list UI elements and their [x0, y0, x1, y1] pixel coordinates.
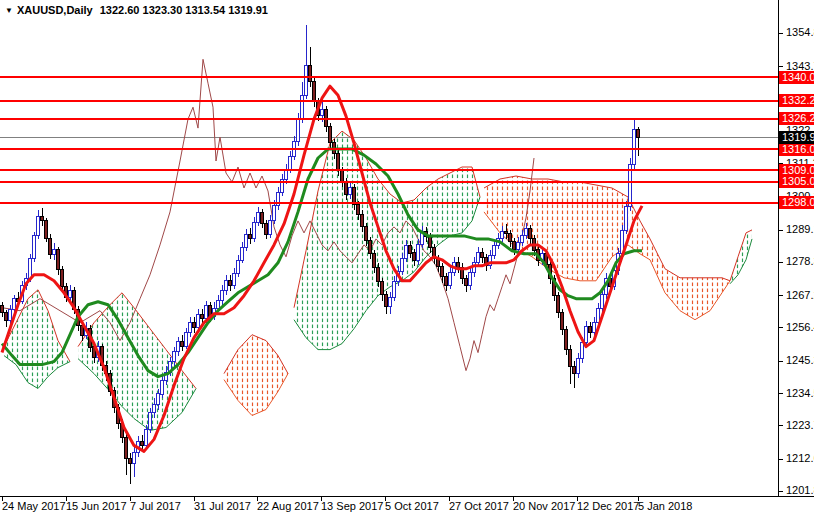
price-tick-label: 1234.50	[786, 388, 814, 399]
cloud-segment	[224, 335, 288, 416]
price-level-badge: 1305.00	[779, 175, 814, 188]
price-tick-mark	[779, 66, 783, 67]
chart-window: ▼XAUUSD,Daily1322.60 1323.30 1313.54 131…	[0, 0, 814, 514]
date-tick-label: 5 Oct 2017	[385, 501, 439, 512]
date-tick-label: 15 Jun 2017	[66, 501, 127, 512]
price-tick-label: 1201.80	[786, 485, 814, 496]
price-tick-mark	[779, 295, 783, 296]
price-level-badge: 1340.00	[779, 71, 814, 84]
price-level-badge: 1332.20	[779, 94, 814, 107]
date-tick-label: 24 May 2017	[2, 501, 66, 512]
chevron-down-icon: ▼	[5, 6, 13, 15]
price-level-badge: 1316.00	[779, 143, 814, 156]
price-tick-mark	[779, 491, 783, 492]
price-tick-mark	[779, 361, 783, 362]
price-tick-label: 1267.20	[786, 290, 814, 301]
current-price-badge: 1319.91	[779, 131, 814, 144]
symbol-label: XAUUSD,Daily	[17, 4, 93, 16]
price-tick-label: 1223.70	[786, 420, 814, 431]
price-tick-mark	[779, 33, 783, 34]
price-tick-mark	[779, 459, 783, 460]
cloud-segment	[730, 230, 752, 284]
date-tick-label: 22 Aug 2017	[257, 501, 319, 512]
date-tick-label: 27 Oct 2017	[449, 501, 509, 512]
price-tick-mark	[779, 327, 783, 328]
price-tick-label: 1354.80	[786, 27, 814, 38]
price-tick-mark	[779, 425, 783, 426]
date-tick-label: 5 Jan 2018	[638, 501, 692, 512]
date-tick-label: 12 Dec 2017	[577, 501, 639, 512]
ohlc-readout: 1322.60 1323.30 1313.54 1319.91	[100, 4, 268, 16]
price-tick-label: 1245.30	[786, 355, 814, 366]
price-tick-label: 1256.40	[786, 322, 814, 333]
cloud-segment	[650, 239, 730, 320]
price-tick-mark	[779, 262, 783, 263]
price-axis[interactable]: 1354.801343.701322.101311.301300.201289.…	[778, 0, 814, 496]
time-axis[interactable]: 24 May 201715 Jun 20177 Jul 201731 Jul 2…	[0, 496, 814, 514]
price-chart-plot[interactable]: ▼XAUUSD,Daily1322.60 1323.30 1313.54 131…	[0, 0, 778, 496]
symbol-title: ▼XAUUSD,Daily1322.60 1323.30 1313.54 131…	[5, 4, 268, 16]
price-tick-mark	[779, 230, 783, 231]
date-tick-label: 13 Sep 2017	[321, 501, 383, 512]
date-tick-label: 20 Nov 2017	[513, 501, 575, 512]
chart-canvas	[0, 0, 778, 496]
date-tick-label: 31 Jul 2017	[194, 501, 251, 512]
price-level-badge: 1326.20	[779, 112, 814, 125]
price-tick-label: 1212.60	[786, 453, 814, 464]
price-tick-label: 1278.30	[786, 256, 814, 267]
level-lines-layer	[0, 77, 778, 203]
price-level-badge: 1298.00	[779, 196, 814, 209]
date-tick-label: 7 Jul 2017	[130, 501, 181, 512]
price-tick-mark	[779, 393, 783, 394]
price-tick-label: 1289.10	[786, 224, 814, 235]
